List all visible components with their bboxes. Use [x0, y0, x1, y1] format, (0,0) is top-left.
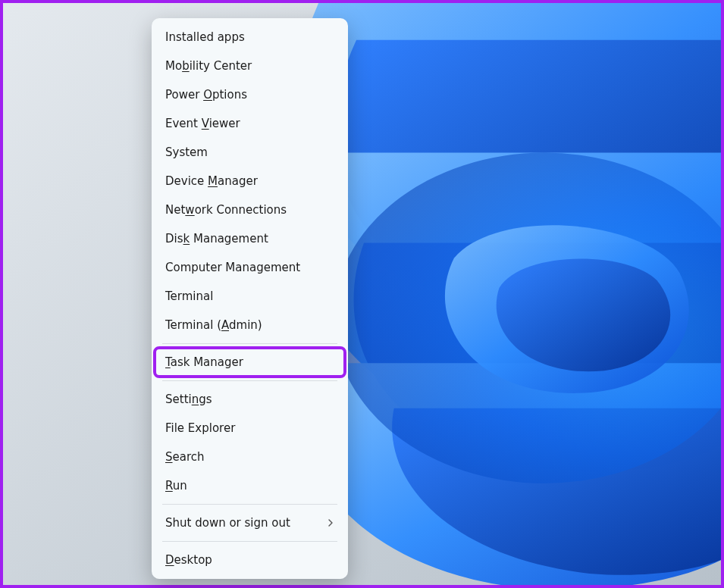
menu-item-power-options[interactable]: Power Options	[155, 80, 345, 109]
menu-divider	[162, 343, 337, 344]
menu-item-label: Search	[165, 450, 205, 464]
menu-item-run[interactable]: Run	[155, 471, 345, 500]
menu-item-label: Power Options	[165, 88, 247, 102]
menu-item-label: Mobility Center	[165, 59, 252, 73]
menu-item-terminal-admin[interactable]: Terminal (Admin)	[155, 311, 345, 339]
menu-item-label: Disk Management	[165, 232, 268, 246]
menu-divider	[162, 541, 337, 542]
menu-item-shut-down-or-sign-out[interactable]: Shut down or sign out	[155, 508, 345, 537]
screenshot-frame: Installed appsMobility CenterPower Optio…	[0, 0, 724, 588]
winx-context-menu[interactable]: Installed appsMobility CenterPower Optio…	[152, 18, 348, 579]
menu-item-label: Task Manager	[165, 355, 243, 369]
menu-item-settings[interactable]: Settings	[155, 385, 345, 414]
menu-item-label: Terminal (Admin)	[165, 318, 262, 332]
chevron-right-icon	[327, 519, 334, 527]
menu-item-installed-apps[interactable]: Installed apps	[155, 23, 345, 52]
menu-item-system[interactable]: System	[155, 138, 345, 167]
menu-item-label: Event Viewer	[165, 117, 240, 130]
menu-item-label: Device Manager	[165, 174, 258, 188]
menu-item-label: Terminal	[165, 289, 213, 303]
menu-item-disk-management[interactable]: Disk Management	[155, 224, 345, 253]
desktop-wallpaper	[3, 3, 721, 585]
menu-item-search[interactable]: Search	[155, 443, 345, 471]
menu-divider	[162, 380, 337, 381]
menu-item-label: Network Connections	[165, 203, 287, 217]
menu-item-label: Installed apps	[165, 30, 245, 44]
menu-item-label: Settings	[165, 393, 212, 406]
menu-item-label: Shut down or sign out	[165, 516, 290, 530]
menu-item-label: System	[165, 145, 208, 159]
menu-item-event-viewer[interactable]: Event Viewer	[155, 109, 345, 138]
menu-item-label: Computer Management	[165, 261, 300, 274]
menu-item-desktop[interactable]: Desktop	[155, 546, 345, 574]
menu-item-task-manager[interactable]: Task Manager	[155, 348, 345, 377]
menu-item-terminal[interactable]: Terminal	[155, 282, 345, 311]
menu-item-label: Desktop	[165, 553, 212, 567]
menu-item-label: File Explorer	[165, 421, 235, 435]
menu-item-computer-management[interactable]: Computer Management	[155, 253, 345, 282]
menu-divider	[162, 504, 337, 505]
menu-item-device-manager[interactable]: Device Manager	[155, 167, 345, 195]
menu-item-network-connections[interactable]: Network Connections	[155, 195, 345, 224]
menu-item-label: Run	[165, 479, 187, 493]
menu-item-file-explorer[interactable]: File Explorer	[155, 414, 345, 443]
menu-item-mobility-center[interactable]: Mobility Center	[155, 52, 345, 80]
